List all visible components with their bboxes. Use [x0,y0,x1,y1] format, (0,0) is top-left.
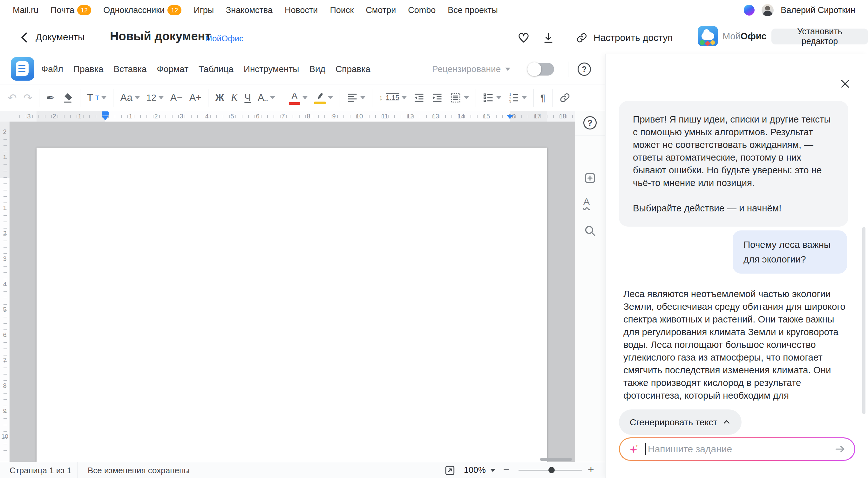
align-left-icon [347,92,358,103]
panel-scrollbar[interactable] [862,227,865,414]
underline-button[interactable]: Ч [244,92,251,103]
ruler-number: 7 [0,347,9,373]
topnav-item[interactable]: Новости [285,5,318,15]
help-icon[interactable]: ? [578,63,591,76]
ruler-number: 2 [42,111,67,122]
share-access-button[interactable]: Настроить доступ [576,32,673,44]
text-cursor [645,443,646,455]
topnav-item[interactable]: Знакомства [226,5,273,15]
paragraph-borders-dropdown[interactable] [450,92,469,104]
menu-item[interactable]: Инструменты [244,64,299,74]
topnav-item[interactable]: Поиск [330,5,353,15]
zoom-dropdown[interactable]: 100% [464,465,495,475]
install-editor-button[interactable]: Установить редактор [771,29,868,44]
ruler-number: 10 [0,424,9,449]
clear-formatting-button[interactable] [62,92,73,103]
document-page[interactable] [36,147,547,462]
user-menu[interactable]: Валерий Сироткин [781,5,855,15]
ruler-number: 13 [423,111,448,122]
ruler-number: 8 [0,373,9,398]
back-button[interactable] [20,32,29,43]
chevron-down-icon [328,96,333,99]
menus: ФайлПравкаВставкаФорматТаблицаИнструмент… [41,54,370,84]
favorite-heart-icon[interactable] [517,32,530,44]
chevron-down-icon [505,68,510,71]
left-indent-marker[interactable] [102,111,108,115]
save-status: Все изменения сохранены [88,466,190,475]
ruler-number: 8 [296,111,321,122]
menu-item[interactable]: Формат [157,64,188,74]
ruler-number: 2 [143,111,169,122]
avatar[interactable] [762,4,774,16]
myoffice-wordmark: МойОфис [722,31,767,42]
task-input[interactable] [648,444,830,454]
assistant-orb-icon[interactable] [744,5,754,15]
more-text-format-dropdown[interactable]: А.. [258,92,275,103]
search-button[interactable] [583,224,597,237]
menu-item[interactable]: Правка [73,64,103,74]
highlight-color-dropdown[interactable] [314,92,333,104]
generate-text-button[interactable]: Сгенерировать текст [619,409,742,435]
download-icon[interactable] [542,32,555,44]
documents-link[interactable]: Документы [36,32,85,42]
decrease-indent-button[interactable] [413,92,425,103]
ruler-number: 12 [398,111,423,122]
link-icon [559,92,570,103]
paragraph-style-dropdown[interactable]: Тт [87,92,107,103]
show-formatting-marks-button[interactable]: ¶ [540,92,546,103]
close-icon[interactable] [839,78,851,90]
zoom-slider-handle[interactable] [548,467,555,473]
format-painter-button[interactable]: ✒ [46,92,55,103]
topnav-item[interactable]: Mail.ru [13,5,38,15]
increase-font-button[interactable]: А+ [189,92,202,103]
first-line-indent-marker[interactable] [102,116,108,120]
ruler-number: 17 [525,111,550,122]
review-mode-dropdown[interactable]: Рецензирование [432,54,510,84]
brand-link[interactable]: МойОфис [205,34,243,43]
chevron-down-icon [360,96,365,99]
review-toggle[interactable] [528,63,554,75]
menu-item[interactable]: Таблица [198,64,234,74]
zoom-out-button[interactable]: − [503,464,509,476]
menu-item[interactable]: Файл [41,64,63,74]
menu-item[interactable]: Справка [336,64,370,74]
decrease-font-button[interactable]: А− [170,92,183,103]
plus-box-icon [583,171,597,185]
bullet-list-icon [483,92,494,103]
help-icon[interactable]: ? [583,116,597,130]
font-color-dropdown[interactable]: А [289,91,308,105]
horizontal-scrollbar[interactable] [540,458,572,461]
italic-button[interactable]: К [231,92,238,103]
insert-link-button[interactable] [559,92,570,103]
bullet-list-dropdown[interactable] [483,92,501,103]
ruler-number: 6 [0,322,9,347]
topnav-item[interactable]: Все проекты [448,5,498,15]
topnav-item[interactable]: Одноклассники 12 [103,5,181,15]
numbered-list-dropdown[interactable]: 123 [508,92,527,103]
topnav-item[interactable]: Combo [408,5,436,15]
right-indent-marker[interactable] [506,115,514,119]
bold-button[interactable]: Ж [215,92,224,103]
spellcheck-button[interactable]: А [583,196,590,207]
undo-button[interactable]: ↶ [8,92,17,103]
font-size-dropdown[interactable]: 12 [147,93,164,103]
line-spacing-dropdown[interactable]: ↕ 1.15 [379,93,407,102]
zoom-in-button[interactable]: + [588,464,594,476]
font-family-dropdown[interactable]: Аа [120,92,140,103]
fit-width-button[interactable] [444,465,456,476]
topnav-item[interactable]: Почта 12 [51,5,91,15]
redo-button[interactable]: ↷ [24,92,33,103]
topnav-item[interactable]: Игры [193,5,214,15]
topnav-item[interactable]: Смотри [366,5,396,15]
chevron-down-icon [464,96,469,99]
menu-bar: ФайлПравкаВставкаФорматТаблицаИнструмент… [0,54,605,84]
menu-item[interactable]: Вид [309,64,326,74]
send-arrow-icon[interactable] [834,443,846,455]
chevron-down-icon [101,96,106,99]
menu-item[interactable]: Вставка [114,64,147,74]
increase-indent-button[interactable] [431,92,443,103]
add-comment-button[interactable] [583,171,597,185]
document-title[interactable]: Новый документ [110,30,211,43]
alignment-dropdown[interactable] [347,92,365,103]
svg-text:3: 3 [509,99,511,103]
